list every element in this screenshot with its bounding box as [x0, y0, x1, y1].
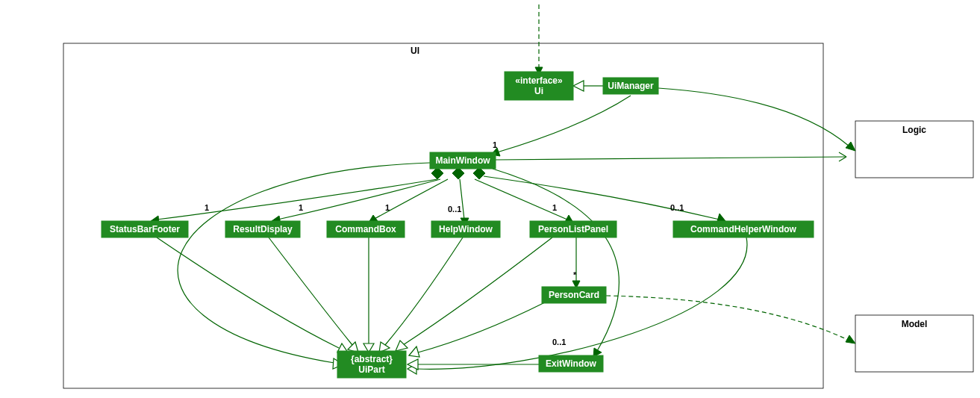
- node-commandbox: CommandBox: [327, 221, 405, 237]
- mult-personlist: 1: [552, 203, 557, 212]
- edge-personlist-to-personcard: *: [572, 237, 580, 288]
- node-uipart-name: UiPart: [358, 364, 384, 375]
- edge-uimanager-to-mainwindow: 1: [491, 96, 631, 156]
- node-commandhelperwindow-name: CommandHelperWindow: [690, 224, 797, 234]
- node-mainwindow-name: MainWindow: [435, 155, 490, 166]
- node-personcard-name: PersonCard: [549, 290, 599, 300]
- edge-mw-to-commandbox: 1: [369, 179, 448, 223]
- mult-helpwindow: 0..1: [448, 205, 461, 214]
- svg-rect-0: [63, 43, 823, 388]
- edge-cmdhelper-gen-uipart: [408, 237, 747, 374]
- package-logic-title: Logic: [902, 125, 926, 135]
- package-logic: Logic: [855, 121, 973, 178]
- svg-marker-24: [396, 341, 408, 351]
- edge-mainwindow-to-logic: [496, 152, 846, 161]
- node-resultdisplay: ResultDisplay: [225, 221, 300, 237]
- mult-personcard: *: [573, 270, 577, 279]
- node-uipart: {abstract} UiPart: [337, 351, 406, 378]
- mult-resultdisplay: 1: [299, 203, 303, 212]
- edge-mw-to-helpwindow: 0..1: [448, 179, 469, 226]
- mult-commandbox: 1: [385, 203, 390, 212]
- edge-mw-to-resultdisplay: 1: [272, 179, 440, 224]
- edge-mw-to-exitwindow: 0..1: [493, 169, 619, 357]
- node-statusbarfooter: StatusBarFooter: [102, 221, 188, 237]
- node-commandbox-name: CommandBox: [335, 224, 396, 234]
- edge-mw-to-personlist: 1: [475, 179, 573, 223]
- edge-commandbox-gen-uipart: [363, 237, 374, 352]
- node-uipart-stereo: {abstract}: [351, 354, 393, 364]
- package-ui: UI: [63, 43, 823, 388]
- node-personlistpanel: PersonListPanel: [530, 221, 617, 237]
- svg-marker-6: [846, 142, 855, 151]
- node-personlistpanel-name: PersonListPanel: [538, 224, 608, 234]
- node-helpwindow-name: HelpWindow: [439, 224, 493, 234]
- edge-mainwindow-gen-uipart: [178, 163, 430, 369]
- package-model: Model: [855, 315, 973, 372]
- svg-marker-15: [717, 214, 725, 221]
- mult-mainwindow: 1: [493, 140, 497, 149]
- node-exitwindow-name: ExitWindow: [546, 358, 597, 369]
- node-ui-interface-name: Ui: [534, 86, 543, 96]
- edge-uimanager-implements-ui: [573, 81, 603, 91]
- node-resultdisplay-name: ResultDisplay: [233, 224, 293, 234]
- node-ui-interface-stereo: «interface»: [515, 75, 563, 86]
- svg-marker-18: [846, 335, 855, 343]
- edge-exitwindow-gen-uipart: [408, 359, 539, 370]
- edge-uimanager-to-logic: [658, 88, 855, 151]
- svg-marker-4: [573, 81, 584, 91]
- mult-cmdhelper: 0..1: [670, 203, 684, 212]
- edge-personcard-to-model: [606, 296, 855, 343]
- edge-personcard-gen-uipart: [409, 302, 546, 357]
- node-mainwindow: MainWindow: [430, 152, 496, 169]
- node-commandhelperwindow: CommandHelperWindow: [673, 221, 814, 237]
- package-ui-title: UI: [411, 46, 419, 56]
- node-statusbarfooter-name: StatusBarFooter: [110, 224, 180, 234]
- node-personcard: PersonCard: [542, 287, 606, 303]
- edge-helpwindow-gen-uipart: [379, 237, 463, 352]
- node-ui-interface: «interface» Ui: [505, 72, 573, 100]
- node-exitwindow: ExitWindow: [539, 355, 603, 372]
- node-uimanager: UiManager: [603, 78, 658, 94]
- package-model-title: Model: [902, 319, 928, 329]
- node-helpwindow: HelpWindow: [431, 221, 500, 237]
- mult-exitwindow: 0..1: [552, 338, 566, 346]
- edge-mw-to-statusbar: 1: [151, 179, 437, 224]
- edge-external-to-ui: [535, 4, 543, 75]
- svg-marker-25: [409, 346, 419, 357]
- node-uimanager-name: UiManager: [608, 81, 654, 91]
- mult-statusbar: 1: [205, 203, 209, 212]
